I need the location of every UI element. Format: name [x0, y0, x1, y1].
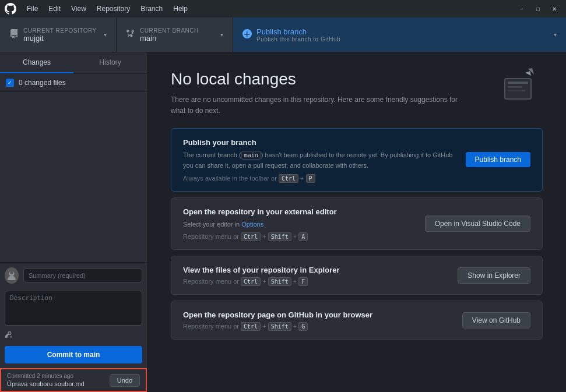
last-commit-bar: Committed 2 minutes ago Úprava souboru s… — [0, 368, 147, 392]
show-explorer-card-title: View the files of your repository in Exp… — [183, 266, 446, 274]
show-explorer-card: View the files of your repository in Exp… — [171, 256, 543, 295]
commit-area: Commit to main — [0, 262, 147, 368]
main-content: No local changes There are no uncommitte… — [147, 52, 566, 392]
publish-branch-button[interactable]: Publish branch Publish this branch to Gi… — [233, 17, 566, 52]
close-button[interactable]: ✕ — [547, 3, 561, 15]
publish-branch-card-desc: The current branch (main) hasn't been pu… — [183, 150, 454, 171]
description-textarea[interactable] — [5, 291, 142, 326]
menu-bar: File Edit View Repository Branch Help — [22, 2, 192, 15]
show-explorer-shortcut: Repository menu or Ctrl + Shift + F — [183, 278, 446, 285]
publish-chevron-icon: ▾ — [554, 31, 557, 38]
last-commit-message: Úprava souboru soubor.md — [7, 380, 110, 387]
menu-view[interactable]: View — [66, 2, 91, 15]
menu-branch[interactable]: Branch — [136, 2, 167, 15]
repo-icon — [9, 29, 19, 41]
publish-subtitle: Publish this branch to GitHub — [256, 36, 549, 43]
open-editor-card-title: Open the repository in your external edi… — [183, 207, 413, 216]
maximize-button[interactable]: □ — [531, 3, 545, 15]
illustration — [496, 64, 543, 111]
tab-history[interactable]: History — [73, 52, 147, 73]
avatar — [5, 267, 19, 284]
publish-icon — [242, 29, 252, 41]
changed-files-header: ✓ 0 changed files — [0, 74, 147, 92]
show-explorer-button[interactable]: Show in Explorer — [458, 267, 530, 284]
changed-files-count: 0 changed files — [19, 79, 66, 87]
menu-help[interactable]: Help — [168, 2, 192, 15]
summary-input[interactable] — [23, 269, 142, 282]
view-github-shortcut: Repository menu or Ctrl + Shift + G — [183, 323, 451, 330]
commit-btn-branch: main — [83, 351, 100, 359]
commit-btn-prefix: Commit to — [47, 351, 84, 359]
options-link[interactable]: Options — [241, 221, 263, 228]
open-editor-shortcut: Repository menu or Ctrl + Shift + A — [183, 233, 413, 240]
last-commit-info: Committed 2 minutes ago Úprava souboru s… — [7, 373, 110, 387]
svg-rect-1 — [508, 82, 528, 84]
open-editor-card-desc: Select your editor in Options — [183, 220, 413, 230]
open-editor-button[interactable]: Open in Visual Studio Code — [425, 216, 530, 232]
repo-chevron-icon: ▾ — [104, 31, 107, 38]
branch-info: Current branch main — [140, 27, 216, 43]
menu-file[interactable]: File — [22, 2, 43, 15]
toolbar: Current repository mujgit ▾ Current bran… — [0, 17, 566, 52]
no-changes-subtitle: There are no uncommitted changes in this… — [171, 94, 462, 116]
branch-label: Current branch — [140, 27, 216, 34]
view-github-card: Open the repository page on GitHub in yo… — [171, 301, 543, 340]
select-all-checkbox[interactable]: ✓ — [6, 79, 14, 87]
publish-branch-card-info: Publish your branch The current branch (… — [183, 138, 454, 181]
publish-branch-card: Publish your branch The current branch (… — [171, 128, 543, 191]
add-coauthor-button[interactable] — [5, 327, 142, 342]
publish-label: Publish branch — [256, 27, 549, 36]
open-editor-card-info: Open the repository in your external edi… — [183, 207, 413, 241]
repo-info: Current repository mujgit — [23, 27, 99, 43]
left-panel: Changes History ✓ 0 changed files — [0, 52, 147, 392]
file-list — [0, 92, 147, 262]
minimize-button[interactable]: − — [515, 3, 529, 15]
no-changes-header: No local changes There are no uncommitte… — [171, 70, 543, 116]
publish-branch-card-button[interactable]: Publish branch — [466, 152, 530, 167]
window-controls: − □ ✕ — [515, 3, 561, 15]
show-explorer-card-info: View the files of your repository in Exp… — [183, 266, 446, 285]
github-logo-icon — [5, 3, 16, 15]
panel-tabs: Changes History — [0, 52, 147, 74]
repo-label: Current repository — [23, 27, 99, 34]
publish-branch-card-title: Publish your branch — [183, 138, 454, 147]
view-github-card-title: Open the repository page on GitHub in yo… — [183, 310, 451, 319]
commit-author-row — [5, 267, 142, 284]
branch-name: main — [140, 34, 216, 43]
svg-rect-2 — [508, 86, 522, 88]
branch-icon — [126, 29, 135, 41]
tab-changes[interactable]: Changes — [0, 52, 73, 73]
publish-info: Publish branch Publish this branch to Gi… — [256, 27, 549, 43]
repo-name: mujgit — [23, 34, 99, 43]
no-changes-title: No local changes — [171, 70, 462, 89]
open-editor-card: Open the repository in your external edi… — [171, 197, 543, 250]
last-commit-time: Committed 2 minutes ago — [7, 373, 110, 379]
branch-chevron-icon: ▾ — [220, 31, 223, 38]
no-changes-text: No local changes There are no uncommitte… — [171, 70, 462, 116]
publish-branch-shortcut: Always available in the toolbar or Ctrl … — [183, 175, 454, 182]
svg-rect-3 — [508, 90, 525, 91]
view-github-button[interactable]: View on GitHub — [462, 312, 530, 329]
commit-button[interactable]: Commit to main — [5, 346, 142, 363]
view-github-card-info: Open the repository page on GitHub in yo… — [183, 310, 451, 330]
menu-edit[interactable]: Edit — [44, 2, 65, 15]
current-branch-button[interactable]: Current branch main ▾ — [117, 17, 233, 52]
current-repo-button[interactable]: Current repository mujgit ▾ — [0, 17, 117, 52]
main-layout: Changes History ✓ 0 changed files — [0, 52, 566, 392]
titlebar: File Edit View Repository Branch Help − … — [0, 0, 566, 17]
menu-repository[interactable]: Repository — [92, 2, 135, 15]
undo-button[interactable]: Undo — [110, 374, 140, 387]
